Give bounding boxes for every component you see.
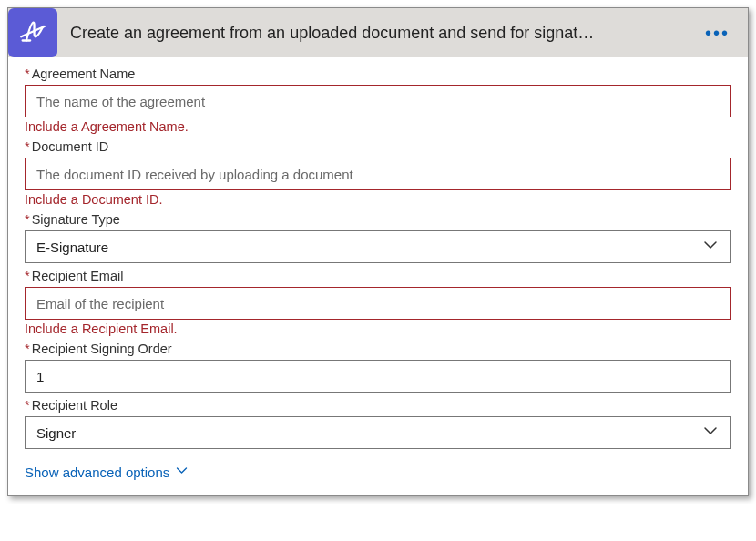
label-recipient-email: *Recipient Email — [25, 269, 731, 283]
card-title: Create an agreement from an uploaded doc… — [57, 24, 698, 43]
field-document-id: *Document ID Include a Document ID. — [25, 139, 731, 207]
label-text: Recipient Email — [32, 269, 124, 283]
required-asterisk: * — [25, 139, 30, 154]
label-text: Recipient Signing Order — [32, 342, 172, 356]
field-recipient-role: *Recipient Role Signer — [25, 398, 731, 449]
field-signature-type: *Signature Type E-Signature — [25, 212, 731, 263]
recipient-signing-order-input[interactable] — [25, 360, 731, 393]
select-value: E-Signature — [36, 240, 108, 255]
label-signature-type: *Signature Type — [25, 212, 731, 227]
show-advanced-options-button[interactable]: Show advanced options — [25, 464, 189, 480]
agreement-name-input[interactable] — [25, 85, 731, 117]
select-value: Signer — [36, 425, 76, 441]
chevron-down-icon — [175, 464, 189, 480]
card-body: *Agreement Name Include a Agreement Name… — [8, 57, 748, 495]
required-asterisk: * — [25, 398, 30, 413]
document-id-input[interactable] — [25, 158, 731, 190]
recipient-role-select[interactable]: Signer — [25, 416, 731, 449]
label-text: Signature Type — [32, 212, 120, 227]
advanced-label: Show advanced options — [25, 464, 169, 480]
field-recipient-email: *Recipient Email Include a Recipient Ema… — [25, 269, 731, 336]
more-button[interactable]: ••• — [698, 19, 737, 47]
label-recipient-signing-order: *Recipient Signing Order — [25, 342, 731, 356]
error-agreement-name: Include a Agreement Name. — [25, 119, 731, 134]
label-text: Document ID — [32, 139, 109, 154]
label-text: Recipient Role — [32, 398, 117, 413]
label-text: Agreement Name — [32, 66, 136, 81]
card-header: Create an agreement from an uploaded doc… — [8, 8, 748, 57]
field-recipient-signing-order: *Recipient Signing Order — [25, 342, 731, 393]
required-asterisk: * — [25, 66, 30, 81]
signature-type-select[interactable]: E-Signature — [25, 230, 731, 263]
label-agreement-name: *Agreement Name — [25, 66, 731, 81]
error-document-id: Include a Document ID. — [25, 192, 731, 207]
adobe-sign-icon — [8, 8, 57, 57]
label-recipient-role: *Recipient Role — [25, 398, 731, 413]
error-recipient-email: Include a Recipient Email. — [25, 322, 731, 336]
required-asterisk: * — [25, 212, 30, 227]
action-card: Create an agreement from an uploaded doc… — [7, 7, 749, 496]
recipient-email-input[interactable] — [25, 287, 731, 320]
required-asterisk: * — [25, 269, 30, 283]
label-document-id: *Document ID — [25, 139, 731, 154]
required-asterisk: * — [25, 342, 30, 356]
field-agreement-name: *Agreement Name Include a Agreement Name… — [25, 66, 731, 134]
